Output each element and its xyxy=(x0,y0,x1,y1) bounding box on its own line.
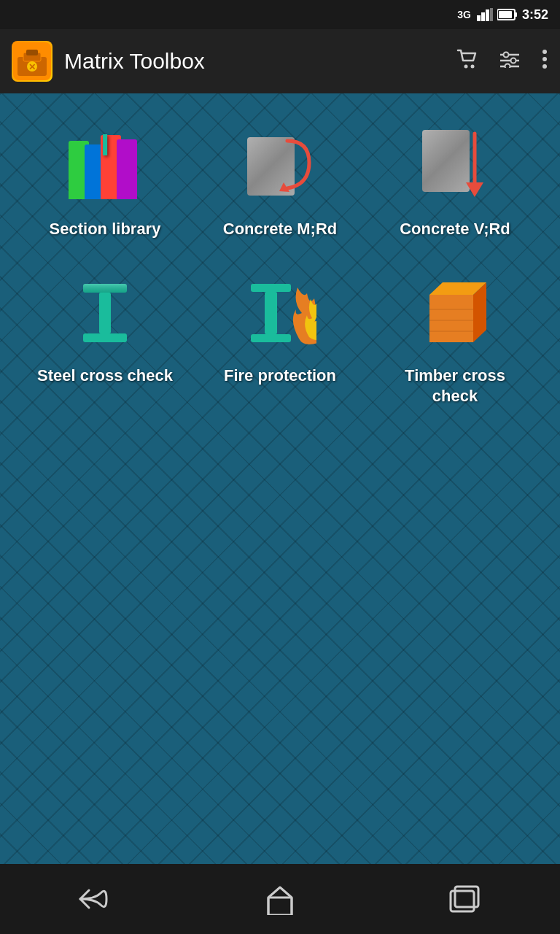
svg-point-19 xyxy=(511,58,516,63)
app-title: Matrix Toolbox xyxy=(64,49,456,74)
svg-rect-3 xyxy=(490,8,493,21)
timber-cross-check-item[interactable]: Timber cross check xyxy=(382,269,528,407)
fire-protection-item[interactable]: Fire protection xyxy=(207,269,353,387)
svg-marker-26 xyxy=(466,182,483,197)
concrete-vrd-item[interactable]: Concrete V;Rd xyxy=(382,123,528,240)
recents-button[interactable] xyxy=(438,877,496,921)
app-icon: ✕ xyxy=(12,41,52,82)
app-bar: ✕ Matrix Toolbox xyxy=(0,29,560,93)
overflow-menu-icon[interactable] xyxy=(541,49,548,74)
svg-rect-0 xyxy=(477,15,481,21)
app-bar-actions xyxy=(456,49,548,74)
svg-rect-2 xyxy=(486,9,489,21)
time-text: 3:52 xyxy=(522,7,548,23)
svg-rect-32 xyxy=(251,334,291,342)
home-button[interactable] xyxy=(251,877,309,921)
back-button[interactable] xyxy=(64,877,122,921)
fire-protection-label: Fire protection xyxy=(224,366,336,387)
svg-rect-31 xyxy=(251,284,291,292)
concrete-vrd-icon xyxy=(411,123,499,210)
timber-cross-check-label: Timber cross check xyxy=(382,366,528,407)
concrete-vrd-label: Concrete V;Rd xyxy=(400,219,510,240)
svg-text:✕: ✕ xyxy=(28,62,36,72)
concrete-mrd-item[interactable]: Concrete M;Rd xyxy=(207,123,353,240)
svg-rect-5 xyxy=(515,12,517,17)
section-library-label: Section library xyxy=(50,219,161,240)
concrete-mrd-icon xyxy=(236,123,324,210)
svg-marker-34 xyxy=(429,295,473,342)
svg-point-23 xyxy=(542,64,547,69)
fire-protection-icon xyxy=(236,269,324,357)
svg-rect-33 xyxy=(265,292,277,334)
cart-icon[interactable] xyxy=(456,49,478,74)
svg-rect-29 xyxy=(99,293,111,333)
svg-point-22 xyxy=(542,57,547,61)
bottom-nav xyxy=(0,864,560,934)
svg-rect-10 xyxy=(26,50,38,55)
signal-bars-icon xyxy=(477,8,493,21)
svg-point-14 xyxy=(471,64,475,68)
grid-row-1: I Section library Concrete M;Rd xyxy=(0,111,560,252)
svg-point-18 xyxy=(504,52,509,57)
svg-point-13 xyxy=(464,64,468,68)
section-library-icon: I xyxy=(61,123,149,210)
sliders-icon[interactable] xyxy=(499,50,521,73)
timber-cross-check-icon xyxy=(411,269,499,357)
signal-text: 3G xyxy=(457,9,471,20)
status-bar: 3G 3:52 xyxy=(0,0,560,29)
svg-rect-30 xyxy=(83,284,127,293)
svg-rect-28 xyxy=(83,333,127,342)
status-icons: 3G 3:52 xyxy=(457,7,548,23)
steel-cross-check-icon xyxy=(61,269,149,357)
concrete-mrd-label: Concrete M;Rd xyxy=(223,219,337,240)
svg-point-20 xyxy=(505,63,510,68)
svg-rect-1 xyxy=(481,12,485,21)
main-content: I Section library Concrete M;Rd xyxy=(0,93,560,864)
battery-icon xyxy=(497,8,518,21)
steel-cross-check-item[interactable]: Steel cross check xyxy=(32,269,178,387)
steel-cross-check-label: Steel cross check xyxy=(37,366,173,387)
section-library-item[interactable]: I Section library xyxy=(32,123,178,240)
svg-point-21 xyxy=(542,50,547,54)
grid-row-2: Steel cross check xyxy=(0,258,560,419)
svg-rect-6 xyxy=(499,11,512,18)
svg-rect-40 xyxy=(268,898,292,915)
